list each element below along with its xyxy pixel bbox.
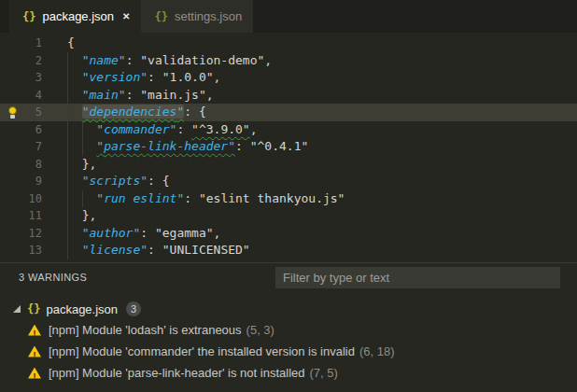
code-token: : <box>126 53 141 67</box>
code-line[interactable]: 5 "dependencies": { <box>0 104 577 121</box>
code-token: "author" <box>82 226 141 240</box>
line-number[interactable]: 9 <box>24 173 42 190</box>
code-token: { <box>67 35 75 49</box>
code-token: "UNLICENSED" <box>162 243 250 257</box>
line-number[interactable]: 7 <box>24 138 42 156</box>
code-line[interactable]: 9 "scripts": { <box>0 173 577 190</box>
line-number[interactable]: 1 <box>24 35 42 52</box>
code-token: "run eslint" <box>96 191 184 205</box>
code-token: : <box>235 139 250 153</box>
code-token: "egamma" <box>155 226 214 240</box>
code-token: "validation-demo" <box>140 53 264 67</box>
problems-filter-input[interactable] <box>275 267 560 288</box>
code-line[interactable]: 8 }, <box>0 156 577 174</box>
code-token: }, <box>67 208 96 222</box>
code-line[interactable]: 3 "version": "1.0.0", <box>0 69 577 87</box>
line-number[interactable]: 12 <box>24 225 42 243</box>
code-token: "^3.9.0" <box>191 122 250 136</box>
indent-guide <box>82 190 83 208</box>
glyph-margin <box>0 69 24 87</box>
code-token: , <box>250 122 258 136</box>
code-token: "license" <box>82 243 148 257</box>
editor-tab-bar: {} package.json ✕ {} settings.json <box>0 0 577 33</box>
code-line[interactable]: 11 }, <box>0 207 577 225</box>
json-file-icon: {} <box>22 10 35 23</box>
code-text: "main": "main.js", <box>67 87 214 105</box>
indent-guide <box>67 207 68 225</box>
line-number[interactable]: 2 <box>24 52 42 70</box>
warning-icon <box>28 325 41 336</box>
warning-position: (6, 18) <box>359 344 395 358</box>
code-token <box>67 226 82 240</box>
lightbulb-icon[interactable] <box>0 104 24 121</box>
code-token: : <box>126 88 141 102</box>
warning-item[interactable]: [npm] Module 'parse-link-header' is not … <box>0 362 577 384</box>
code-token: "main" <box>82 88 126 102</box>
vscode-window: {} package.json ✕ {} settings.json 1{2 "… <box>0 0 577 392</box>
code-line[interactable]: 10 "run eslint": "eslint thankyou.js" <box>0 190 577 208</box>
code-token: "dependencies" <box>82 105 185 119</box>
line-number[interactable]: 11 <box>24 207 42 225</box>
problem-count-badge: 3 <box>126 301 141 316</box>
code-line[interactable]: 12 "author": "egamma", <box>0 225 577 243</box>
code-token: : { <box>184 105 205 119</box>
code-token: , <box>214 70 221 84</box>
code-line[interactable]: 1{ <box>0 35 577 52</box>
glyph-margin <box>0 121 24 139</box>
code-line[interactable]: 4 "main": "main.js", <box>0 87 577 105</box>
code-line[interactable]: 7 "parse-link-header": "^0.4.1" <box>0 138 577 156</box>
warning-item[interactable]: [npm] Module 'commander' the installed v… <box>0 341 577 362</box>
problems-panel: 3 WARNINGS {} package.json 3 [npm] Modul… <box>0 262 577 392</box>
problems-panel-header: 3 WARNINGS <box>0 263 577 292</box>
warning-icon <box>28 368 41 379</box>
code-line[interactable]: 13 "license": "UNLICENSED" <box>0 242 577 259</box>
code-token: "1.0.0" <box>162 70 214 84</box>
line-number[interactable]: 5 <box>24 104 42 121</box>
indent-guide <box>67 156 68 174</box>
code-token: "parse-link-header" <box>96 139 235 153</box>
line-number[interactable]: 13 <box>24 242 42 259</box>
warnings-count-label: 3 WARNINGS <box>19 272 87 283</box>
indent-guide <box>67 138 68 156</box>
code-token <box>67 70 82 84</box>
code-text: "dependencies": { <box>67 104 206 121</box>
line-number[interactable]: 8 <box>24 156 42 174</box>
code-text: "commander": "^3.9.0", <box>67 121 258 139</box>
warning-icon <box>28 346 41 357</box>
json-file-icon: {} <box>154 10 167 23</box>
code-text: }, <box>67 207 96 225</box>
warning-message: [npm] Module 'parse-link-header' is not … <box>49 366 305 380</box>
code-token: : { <box>148 174 169 188</box>
code-token: "version" <box>82 70 148 84</box>
indent-guide <box>82 138 83 156</box>
line-number[interactable]: 6 <box>24 121 42 139</box>
glyph-margin <box>0 156 24 174</box>
code-token <box>67 174 82 188</box>
expand-arrow-icon[interactable] <box>13 305 21 313</box>
indent-guide <box>67 225 68 243</box>
tree-item-package-json[interactable]: {} package.json 3 <box>0 299 577 319</box>
line-number[interactable]: 10 <box>24 190 42 208</box>
code-token <box>67 53 82 67</box>
line-number[interactable]: 4 <box>24 87 42 105</box>
editor[interactable]: 1{2 "name": "validation-demo",3 "version… <box>0 33 577 262</box>
indent-guide <box>67 242 68 259</box>
indent-guide <box>82 121 83 139</box>
indent-guide <box>67 87 68 105</box>
warning-message: [npm] Module 'commander' the installed v… <box>49 344 355 358</box>
close-icon[interactable]: ✕ <box>122 11 130 21</box>
glyph-margin <box>0 138 24 156</box>
code-line[interactable]: 6 "commander": "^3.9.0", <box>0 121 577 139</box>
code-text: "scripts": { <box>67 173 170 190</box>
tab-settings-json[interactable]: {} settings.json <box>141 0 253 33</box>
code-text: "name": "validation-demo", <box>67 52 272 70</box>
code-text: "run eslint": "eslint thankyou.js" <box>67 190 345 208</box>
warning-item[interactable]: [npm] Module 'lodash' is extraneous (5, … <box>0 319 577 341</box>
code-token <box>67 88 82 102</box>
code-line[interactable]: 2 "name": "validation-demo", <box>0 52 577 70</box>
code-token: , <box>214 226 221 240</box>
line-number[interactable]: 3 <box>24 69 42 87</box>
tab-package-json[interactable]: {} package.json ✕ <box>9 0 141 33</box>
indent-guide <box>67 190 68 208</box>
code-token: : <box>148 243 162 257</box>
